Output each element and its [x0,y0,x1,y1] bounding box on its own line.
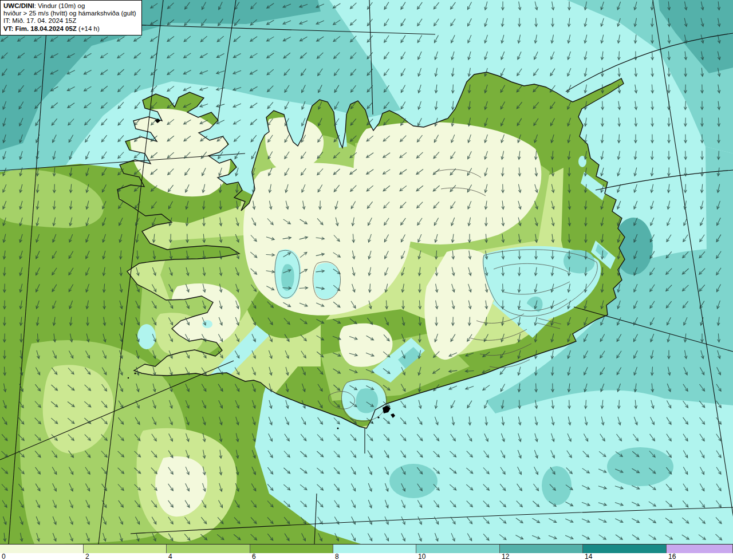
weather-map-frame: UWC/DINI: Vindur (10m) og hviður > 25 m/… [0,0,733,560]
wind-speed-colorbar: 0246810121416 [0,544,733,560]
colorbar-tick: 6 [252,553,256,560]
colorbar-segment [0,545,84,554]
info-line-2: hviður > 25 m/s (hvítt) og hámarkshviða … [3,10,139,17]
colorbar-segment [416,545,500,554]
colorbar-tick: 12 [502,553,509,560]
colorbar-segment [84,545,167,554]
colorbar-segment [333,545,416,554]
colorbar-tick: 14 [585,553,592,560]
colorbar-tick: 16 [668,553,676,560]
colorbar-tick: 8 [335,553,339,560]
colorbar-segment [667,545,733,554]
info-line-1: UWC/DINI: Vindur (10m) og [3,2,139,10]
colorbar-segment [250,545,333,554]
colorbar-tick-labels: 0246810121416 [0,553,733,560]
colorbar-tick: 2 [85,553,89,560]
colorbar-tick: 4 [168,553,172,560]
faxafloi-wind-lull [137,324,156,349]
colorbar-tick: 0 [2,553,6,560]
colorbar-tick: 10 [418,553,425,560]
wind-map-canvas [0,0,733,544]
colorbar-segment [500,545,583,554]
forecast-info-box: UWC/DINI: Vindur (10m) og hviður > 25 m/… [0,0,142,36]
colorbar-segments [0,544,733,553]
colorbar-segment [167,545,250,554]
info-line-4: VT: Fim. 18.04.2024 05Z (+14 h) [3,25,139,33]
colorbar-segment [583,545,667,554]
info-line-3: IT: Mið. 17. 04. 2024 15Z [3,17,139,25]
